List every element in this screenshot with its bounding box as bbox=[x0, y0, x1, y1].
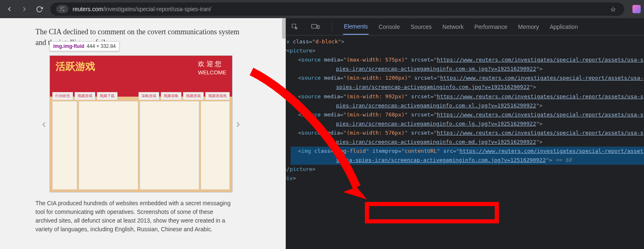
extension-icon[interactable] bbox=[632, 5, 641, 13]
tab-performance[interactable]: Performance bbox=[473, 19, 508, 34]
page-scrollbar-thumb[interactable] bbox=[282, 18, 286, 39]
dom-line[interactable]: </div> bbox=[291, 174, 644, 183]
dom-line[interactable]: </picture> bbox=[291, 165, 644, 174]
image-banner-text: 活跃游戏 bbox=[56, 60, 95, 73]
address-bar[interactable]: reuters.com/investigates/special-report/… bbox=[50, 2, 624, 16]
devtools-tab-bar: Elements Console Sources Network Perform… bbox=[286, 18, 644, 36]
dom-line[interactable]: <div class="d-block"> bbox=[291, 37, 644, 46]
dom-line-source[interactable]: <source media="(min-width: 576px)" srcse… bbox=[291, 128, 644, 147]
dom-line[interactable]: ▼<picture> bbox=[291, 46, 644, 55]
tab-sources[interactable]: Sources bbox=[410, 19, 432, 34]
url-text: reuters.com/investigates/special-report/… bbox=[73, 6, 211, 12]
bookmark-star-icon[interactable]: ☆ bbox=[610, 5, 616, 13]
site-info-chip[interactable] bbox=[56, 5, 68, 13]
tab-network[interactable]: Network bbox=[442, 19, 464, 34]
page-viewport: The CIA declined to comment on the cover… bbox=[0, 18, 286, 249]
carousel-next-button[interactable]: › bbox=[236, 117, 240, 130]
device-toolbar-icon[interactable] bbox=[310, 21, 321, 32]
tab-console[interactable]: Console bbox=[378, 19, 400, 34]
forward-button[interactable] bbox=[18, 3, 31, 15]
dom-line-source[interactable]: <source media="(min-width: 1200px)" srcs… bbox=[291, 74, 644, 92]
screenshot-image[interactable]: 活跃游戏 欢 迎 您WELCOME 行动射击视频游戏视频下载策略游戏视频攻略视频… bbox=[49, 55, 233, 192]
image-nav-row: 行动射击视频游戏视频下载策略游戏视频攻略视频游戏视频游戏热 bbox=[52, 92, 230, 100]
inspect-element-icon[interactable] bbox=[289, 21, 301, 32]
browser-toolbar: reuters.com/investigates/special-report/… bbox=[0, 0, 644, 18]
tab-application[interactable]: Application bbox=[549, 19, 579, 34]
svg-rect-1 bbox=[312, 24, 317, 28]
tab-memory[interactable]: Memory bbox=[517, 19, 540, 34]
dom-line-source[interactable]: <source media="(min-width: 768px)" srcse… bbox=[291, 110, 644, 128]
dom-line-img-selected[interactable]: <img class="img-fluid" itemprop="content… bbox=[291, 147, 644, 165]
devtools-hover-tooltip: img.img-fluid 444 × 332.84 bbox=[49, 41, 120, 51]
image-welcome-text: 欢 迎 您WELCOME bbox=[198, 60, 226, 76]
reload-button[interactable] bbox=[33, 3, 45, 15]
tooltip-selector: img.img-fluid bbox=[53, 43, 84, 49]
carousel-prev-button[interactable]: ‹ bbox=[42, 117, 46, 130]
tune-icon bbox=[59, 6, 65, 12]
tooltip-dimensions: 444 × 332.84 bbox=[87, 43, 115, 49]
svg-rect-2 bbox=[317, 25, 319, 28]
back-button[interactable] bbox=[3, 3, 16, 15]
dom-line-source[interactable]: <source media="(max-width: 575px)" srcse… bbox=[291, 55, 644, 74]
elements-dom-tree[interactable]: <div class="d-block">▼<picture><source m… bbox=[286, 36, 644, 249]
devtools-panel: Elements Console Sources Network Perform… bbox=[286, 18, 644, 249]
image-caption: The CIA produced hundreds of websites em… bbox=[35, 199, 233, 234]
dom-line-source[interactable]: <source media="(min-width: 992px)" srcse… bbox=[291, 92, 644, 110]
tab-elements[interactable]: Elements bbox=[343, 19, 369, 35]
carousel-image-wrap: img.img-fluid 444 × 332.84 ‹ 活跃游戏 欢 迎 您W… bbox=[49, 55, 233, 192]
